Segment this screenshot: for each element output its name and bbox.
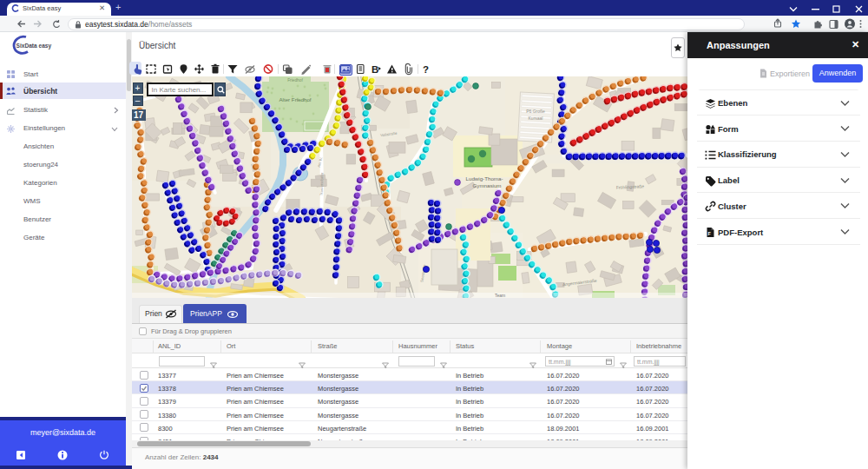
svg-text:SixData easy: SixData easy — [16, 43, 52, 50]
svg-text:B: B — [372, 64, 378, 75]
svg-text:P6 Große: P6 Große — [526, 109, 545, 114]
svg-text:Alter Friedhof: Alter Friedhof — [279, 96, 311, 102]
svg-text:Trautersdorfer: Trautersdorfer — [319, 172, 325, 195]
svg-text:Gymnasium: Gymnasium — [472, 182, 501, 188]
svg-text:Ludwig-Thoma-: Ludwig-Thoma- — [466, 175, 503, 182]
svg-text:Friedhof: Friedhof — [287, 78, 303, 83]
svg-text:Kursaal: Kursaal — [529, 116, 543, 121]
svg-text:?: ? — [423, 64, 429, 75]
